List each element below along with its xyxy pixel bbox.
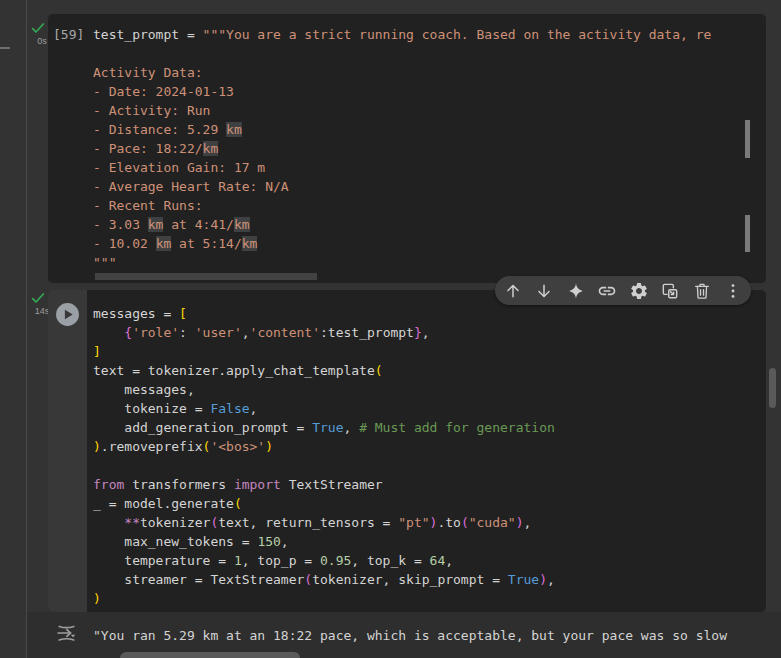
more-vert-icon xyxy=(723,281,743,301)
gemini-spark-icon xyxy=(566,281,586,301)
cell-toolbar xyxy=(495,276,751,305)
output-text: "You ran 5.29 km at an 18:22 pace, which… xyxy=(93,626,781,645)
code-line: messages, xyxy=(93,380,760,399)
code-line: _ = model.generate( xyxy=(93,494,760,513)
code-line: **tokenizer(text, return_tensors = "pt")… xyxy=(93,513,760,532)
code-line xyxy=(93,44,760,63)
move-cell-down-button[interactable] xyxy=(530,277,558,305)
delete-cell-button[interactable] xyxy=(688,277,716,305)
code-line: Activity Data: xyxy=(93,63,760,82)
copy-cell-link-button[interactable] xyxy=(593,277,621,305)
code-line: ] xyxy=(93,342,760,361)
left-margin-section-mark xyxy=(0,47,10,49)
code-cell-1: [59] test_prompt = """You are a strict r… xyxy=(48,14,766,283)
run-cell-button[interactable] xyxy=(55,302,80,327)
code-line: ) xyxy=(93,589,760,608)
code-line: {'role': 'user','content':test_prompt}, xyxy=(93,323,760,342)
code-line: test_prompt = """You are a strict runnin… xyxy=(93,25,760,44)
gemini-button[interactable] xyxy=(562,277,590,305)
code-line: - Activity: Run xyxy=(93,101,760,120)
code-line: """ xyxy=(93,253,760,272)
code-cell-2: messages = [ {'role': 'user','content':t… xyxy=(48,290,766,612)
cell-output-area: "You ran 5.29 km at an 18:22 pace, which… xyxy=(27,612,781,658)
code-line: max_new_tokens = 150, xyxy=(93,532,760,551)
editor-settings-button[interactable] xyxy=(625,277,653,305)
cell2-code-editor[interactable]: messages = [ {'role': 'user','content':t… xyxy=(93,304,760,608)
code-line: - Elevation Gain: 17 m xyxy=(93,158,760,177)
more-actions-button[interactable] xyxy=(719,277,747,305)
code-line: streamer = TextStreamer(tokenizer, skip_… xyxy=(93,570,760,589)
gear-icon xyxy=(629,281,649,301)
run-button-column xyxy=(48,290,87,612)
stream-output-icon xyxy=(54,621,79,646)
cell1-horizontal-scrollbar[interactable] xyxy=(95,273,317,280)
find-match-ruler-mark xyxy=(745,120,750,158)
play-icon xyxy=(55,302,80,327)
cell1-code-editor[interactable]: test_prompt = """You are a strict runnin… xyxy=(93,25,760,272)
find-match-ruler-mark xyxy=(745,215,750,252)
code-line: temperature = 1, top_p = 0.95, top_k = 6… xyxy=(93,551,760,570)
code-line: - Distance: 5.29 km xyxy=(93,120,760,139)
code-line: from transformers import TextStreamer xyxy=(93,475,760,494)
code-line: add_generation_prompt = True, # Must add… xyxy=(93,418,760,437)
code-line: - Average Heart Rate: N/A xyxy=(93,177,760,196)
code-line: - Recent Runs: xyxy=(93,196,760,215)
code-line: - Pace: 18:22/km xyxy=(93,139,760,158)
code-line: tokenize = False, xyxy=(93,399,760,418)
link-icon xyxy=(597,281,617,301)
arrow-down-icon xyxy=(534,281,554,301)
mirror-cell-button[interactable] xyxy=(656,277,684,305)
code-line xyxy=(93,456,760,475)
code-line: - 3.03 km at 4:41/km xyxy=(93,215,760,234)
output-horizontal-scrollbar[interactable] xyxy=(120,652,300,658)
code-line: - 10.02 km at 5:14/km xyxy=(93,234,760,253)
code-line: messages = [ xyxy=(93,304,760,323)
arrow-up-icon xyxy=(503,281,523,301)
mirror-cell-icon xyxy=(660,281,680,301)
execution-count-label: [59] xyxy=(53,25,84,44)
trash-icon xyxy=(692,281,712,301)
code-line: ).removeprefix('<bos>') xyxy=(93,437,760,456)
left-margin-divider xyxy=(26,0,27,658)
colab-notebook: 0s [59] test_prompt = """You are a stric… xyxy=(0,0,781,658)
code-line: - Date: 2024-01-13 xyxy=(93,82,760,101)
move-cell-up-button[interactable] xyxy=(499,277,527,305)
page-vertical-scrollbar[interactable] xyxy=(769,368,776,408)
code-line: text = tokenizer.apply_chat_template( xyxy=(93,361,760,380)
